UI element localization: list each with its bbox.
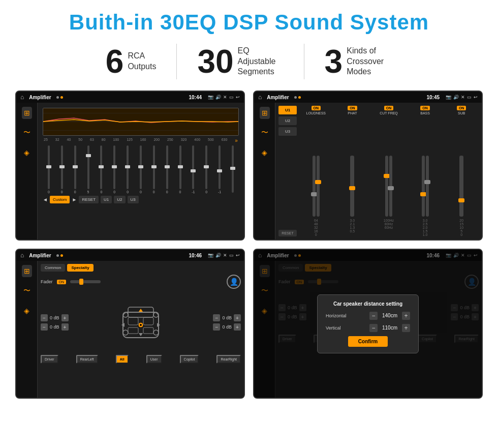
tab-common[interactable]: Common bbox=[41, 264, 65, 272]
prev-icon[interactable]: ◄ bbox=[43, 197, 48, 202]
eq-icon[interactable]: ⊞ bbox=[22, 107, 32, 119]
tab-specialty[interactable]: Specialty bbox=[67, 264, 93, 272]
window-icon-2[interactable]: ▭ bbox=[467, 95, 472, 100]
home-icon-2[interactable]: ⌂ bbox=[258, 94, 262, 101]
preset-custom[interactable]: Custom bbox=[50, 196, 70, 203]
copilot-btn[interactable]: Copilot bbox=[180, 355, 199, 364]
screenshots-grid: ⌂ Amplifier 10:44 📷 🔊 ✕ ▭ ↩ ⊞ bbox=[15, 91, 483, 399]
all-btn[interactable]: All bbox=[116, 355, 129, 364]
db-minus-4[interactable]: − bbox=[213, 323, 220, 331]
svg-point-14 bbox=[123, 330, 128, 335]
svg-rect-7 bbox=[143, 317, 153, 325]
close-icon-1[interactable]: ✕ bbox=[223, 95, 227, 100]
sub-ctrl: ON SUB bbox=[444, 106, 479, 117]
db-value-4: 0 dB bbox=[222, 324, 232, 330]
dot-3 bbox=[294, 96, 297, 99]
close-icon-2[interactable]: ✕ bbox=[461, 95, 465, 100]
app-name-1: Amplifier bbox=[29, 95, 51, 100]
vertical-plus[interactable]: + bbox=[402, 324, 410, 332]
horizontal-plus[interactable]: + bbox=[402, 312, 410, 320]
camera-icon-1: 📷 bbox=[208, 95, 213, 100]
speaker-icon[interactable]: ◈ bbox=[22, 146, 32, 159]
window-icon-1[interactable]: ▭ bbox=[229, 95, 234, 100]
time-2: 10:45 bbox=[426, 95, 440, 100]
close-icon-3[interactable]: ✕ bbox=[223, 253, 227, 258]
wave-icon-2[interactable]: 〜 bbox=[259, 126, 270, 139]
channel-list: U1 U2 U3 RESET bbox=[278, 106, 297, 236]
stats-row: 6 RCAOutputs 30 EQ AdjustableSegments 3 … bbox=[15, 44, 483, 79]
window-icon-3[interactable]: ▭ bbox=[229, 253, 234, 258]
reset-channel[interactable]: RESET bbox=[278, 230, 297, 236]
eq-icon-3[interactable]: ⊞ bbox=[22, 265, 32, 277]
camera-icon-3: 📷 bbox=[208, 253, 213, 258]
car-layout: − 0 dB + − 0 dB + bbox=[41, 292, 241, 353]
next-icon[interactable]: ► bbox=[72, 197, 77, 202]
stat-rca-label: RCAOutputs bbox=[128, 51, 156, 72]
phat-ctrl: ON PHAT bbox=[335, 106, 370, 117]
slider-250: 0 bbox=[174, 145, 186, 194]
db-plus-3[interactable]: + bbox=[234, 314, 241, 321]
phat-on[interactable]: ON bbox=[348, 106, 357, 110]
confirm-button[interactable]: Confirm bbox=[348, 336, 388, 347]
driver-btn[interactable]: Driver bbox=[41, 355, 58, 364]
db-minus-1[interactable]: − bbox=[41, 314, 48, 321]
db-left: − 0 dB + − 0 dB + bbox=[41, 314, 69, 331]
crossover-bottom: Driver RearLeft All User Copilot RearRig… bbox=[41, 355, 241, 364]
eq-icon-2[interactable]: ⊞ bbox=[260, 107, 270, 119]
svg-marker-17 bbox=[139, 333, 143, 336]
reset-btn[interactable]: RESET bbox=[79, 196, 99, 203]
sub-on[interactable]: ON bbox=[457, 106, 466, 110]
back-icon-3[interactable]: ↩ bbox=[236, 253, 240, 258]
screen-content-2: ⊞ 〜 ◈ U1 U2 U3 RESET bbox=[254, 103, 482, 240]
distance-dialog: Car speaker distance setting Horizontal … bbox=[317, 294, 419, 353]
slider-32: 0 bbox=[56, 145, 68, 194]
cutfreq-on[interactable]: ON bbox=[384, 106, 394, 110]
speaker-icon-2[interactable]: ◈ bbox=[260, 146, 269, 159]
home-icon-3[interactable]: ⌂ bbox=[20, 252, 24, 259]
rearright-btn[interactable]: RearRight bbox=[216, 355, 241, 364]
u3-btn[interactable]: U3 bbox=[128, 196, 139, 203]
amp-sliders bbox=[299, 119, 479, 217]
db-right: − 0 dB + − 0 dB + bbox=[213, 314, 241, 331]
u2-btn[interactable]: U2 bbox=[114, 196, 125, 203]
u1-btn[interactable]: U1 bbox=[101, 196, 112, 203]
db-plus-4[interactable]: + bbox=[234, 323, 241, 331]
slider-25: 0 bbox=[43, 145, 55, 194]
db-plus-2[interactable]: + bbox=[61, 323, 69, 331]
u3-channel[interactable]: U3 bbox=[278, 127, 297, 136]
amp-main: U1 U2 U3 RESET ON LOUDNESS bbox=[275, 103, 482, 240]
db-value-3: 0 dB bbox=[222, 315, 232, 320]
stat-rca-number: 6 bbox=[106, 45, 124, 78]
main-title: Buith-in 30EQ DSP Sound System bbox=[15, 10, 483, 35]
u1-channel[interactable]: U1 bbox=[278, 106, 297, 114]
db-minus-2[interactable]: − bbox=[41, 323, 48, 331]
dot-5 bbox=[56, 254, 59, 257]
db-row-2: − 0 dB + bbox=[41, 323, 69, 331]
left-sidebar-3: ⊞ 〜 ◈ bbox=[16, 261, 38, 398]
horizontal-minus[interactable]: − bbox=[369, 312, 378, 320]
bass-on[interactable]: ON bbox=[420, 106, 430, 110]
back-icon-1[interactable]: ↩ bbox=[236, 95, 240, 100]
u2-channel[interactable]: U2 bbox=[278, 116, 297, 125]
volume-icon-3: 🔊 bbox=[215, 253, 221, 258]
bass-ctrl: ON BASS bbox=[408, 106, 443, 117]
slider-400: 0 bbox=[200, 145, 212, 194]
screen-content-1: ⊞ 〜 ◈ bbox=[16, 103, 244, 240]
loudness-on[interactable]: ON bbox=[312, 106, 321, 110]
vertical-minus[interactable]: − bbox=[369, 324, 378, 332]
profile-icon[interactable]: 👤 bbox=[227, 275, 241, 289]
back-icon-2[interactable]: ↩ bbox=[474, 95, 478, 100]
user-btn[interactable]: User bbox=[146, 355, 162, 364]
fader-slider[interactable] bbox=[70, 280, 101, 283]
db-plus-1[interactable]: + bbox=[61, 314, 69, 321]
speaker-icon-3[interactable]: ◈ bbox=[22, 305, 32, 317]
rearleft-btn[interactable]: RearLeft bbox=[76, 355, 98, 364]
slider-40: 0 bbox=[69, 145, 81, 194]
fader-on-badge[interactable]: ON bbox=[57, 280, 67, 284]
wave-icon[interactable]: 〜 bbox=[21, 126, 33, 139]
db-minus-3[interactable]: − bbox=[213, 314, 220, 321]
horizontal-row: Horizontal − 140cm + bbox=[326, 312, 410, 320]
home-icon-1[interactable]: ⌂ bbox=[20, 94, 24, 101]
crossover-main: Common Specialty Fader ON 👤 bbox=[38, 261, 244, 398]
wave-icon-3[interactable]: 〜 bbox=[21, 284, 33, 297]
